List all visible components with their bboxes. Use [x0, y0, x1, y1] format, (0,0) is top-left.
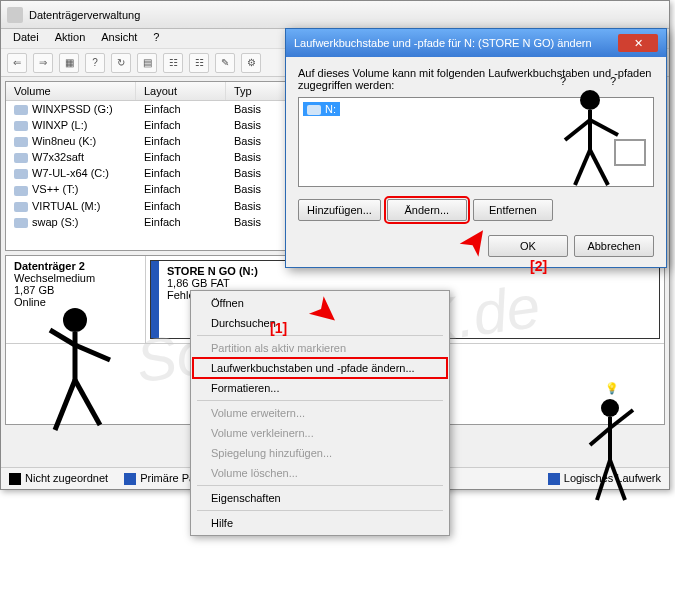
separator	[197, 485, 443, 486]
disk-size: 1,87 GB	[14, 284, 137, 296]
svg-point-16	[601, 399, 619, 417]
svg-text:?: ?	[610, 75, 616, 87]
disk-name: Datenträger 2	[14, 260, 137, 272]
svg-line-2	[50, 330, 75, 345]
dialog-title: Laufwerkbuchstabe und -pfade für N: (STO…	[294, 37, 592, 49]
app-icon	[7, 7, 23, 23]
toolbar-btn[interactable]: ☷	[189, 53, 209, 73]
titlebar[interactable]: Datenträgerverwaltung	[1, 1, 669, 29]
drive-icon	[14, 121, 28, 131]
svg-line-10	[565, 120, 590, 140]
svg-line-13	[590, 150, 608, 185]
ctx-delete: Volume löschen...	[193, 463, 447, 483]
forward-button[interactable]: ⇒	[33, 53, 53, 73]
menu-action[interactable]: Aktion	[47, 29, 94, 48]
add-button[interactable]: Hinzufügen...	[298, 199, 381, 221]
toolbar-btn[interactable]: ✎	[215, 53, 235, 73]
ctx-extend: Volume erweitern...	[193, 403, 447, 423]
drive-icon	[14, 186, 28, 196]
drive-icon	[14, 153, 28, 163]
stick-figure-icon: 💡	[575, 380, 645, 510]
menu-help[interactable]: ?	[145, 29, 167, 48]
svg-line-21	[610, 460, 625, 500]
svg-text:💡: 💡	[605, 381, 619, 395]
separator	[197, 400, 443, 401]
col-type[interactable]: Typ	[226, 82, 286, 100]
disk-kind: Wechselmedium	[14, 272, 137, 284]
col-volume[interactable]: Volume	[6, 82, 136, 100]
ctx-properties[interactable]: Eigenschaften	[193, 488, 447, 508]
drive-icon	[14, 105, 28, 115]
close-icon[interactable]: ✕	[618, 34, 658, 52]
ctx-help[interactable]: Hilfe	[193, 513, 447, 533]
svg-line-20	[597, 460, 610, 500]
help-button[interactable]: ?	[85, 53, 105, 73]
drive-icon	[14, 202, 28, 212]
drive-icon	[307, 105, 321, 115]
ok-button[interactable]: OK	[488, 235, 568, 257]
legend-unallocated: Nicht zugeordnet	[9, 472, 108, 485]
menu-view[interactable]: Ansicht	[93, 29, 145, 48]
separator	[197, 510, 443, 511]
col-layout[interactable]: Layout	[136, 82, 226, 100]
change-button[interactable]: Ändern...	[387, 199, 467, 221]
toolbar-btn[interactable]: ▤	[137, 53, 157, 73]
svg-line-4	[55, 380, 75, 430]
drive-icon	[14, 137, 28, 147]
cancel-button[interactable]: Abbrechen	[574, 235, 654, 257]
toolbar-btn[interactable]: ▦	[59, 53, 79, 73]
ctx-open[interactable]: Öffnen	[193, 293, 447, 313]
drive-icon	[14, 218, 28, 228]
remove-button[interactable]: Entfernen	[473, 199, 553, 221]
drive-letter-item[interactable]: N:	[303, 102, 340, 116]
svg-point-8	[580, 90, 600, 110]
ctx-change-letter[interactable]: Laufwerkbuchstaben und -pfade ändern...	[193, 358, 447, 378]
toolbar-btn[interactable]: ⚙	[241, 53, 261, 73]
svg-line-12	[575, 150, 590, 185]
svg-line-3	[75, 345, 110, 360]
annotation-label-1: [1]	[270, 320, 287, 336]
partition-info: 1,86 GB FAT	[167, 277, 651, 289]
annotation-label-2: [2]	[530, 258, 547, 274]
separator	[197, 335, 443, 336]
back-button[interactable]: ⇐	[7, 53, 27, 73]
toolbar-btn[interactable]: ☷	[163, 53, 183, 73]
menu-file[interactable]: Datei	[5, 29, 47, 48]
ctx-shrink: Volume verkleinern...	[193, 423, 447, 443]
ctx-mirror: Spiegelung hinzufügen...	[193, 443, 447, 463]
svg-line-5	[75, 380, 100, 425]
context-menu: Öffnen Durchsuchen Partition als aktiv m…	[190, 290, 450, 536]
svg-line-11	[590, 120, 618, 135]
window-title: Datenträgerverwaltung	[29, 9, 663, 21]
drive-icon	[14, 169, 28, 179]
svg-text:?: ?	[560, 75, 566, 87]
ctx-format[interactable]: Formatieren...	[193, 378, 447, 398]
svg-rect-14	[615, 140, 645, 165]
ctx-mark-active: Partition als aktiv markieren	[193, 338, 447, 358]
svg-line-18	[590, 428, 610, 445]
ctx-explore[interactable]: Durchsuchen	[193, 313, 447, 333]
stick-figure-icon	[40, 300, 140, 440]
stick-figure-icon: ??	[550, 65, 650, 195]
dialog-titlebar[interactable]: Laufwerkbuchstabe und -pfade für N: (STO…	[286, 29, 666, 57]
refresh-button[interactable]: ↻	[111, 53, 131, 73]
svg-point-0	[63, 308, 87, 332]
